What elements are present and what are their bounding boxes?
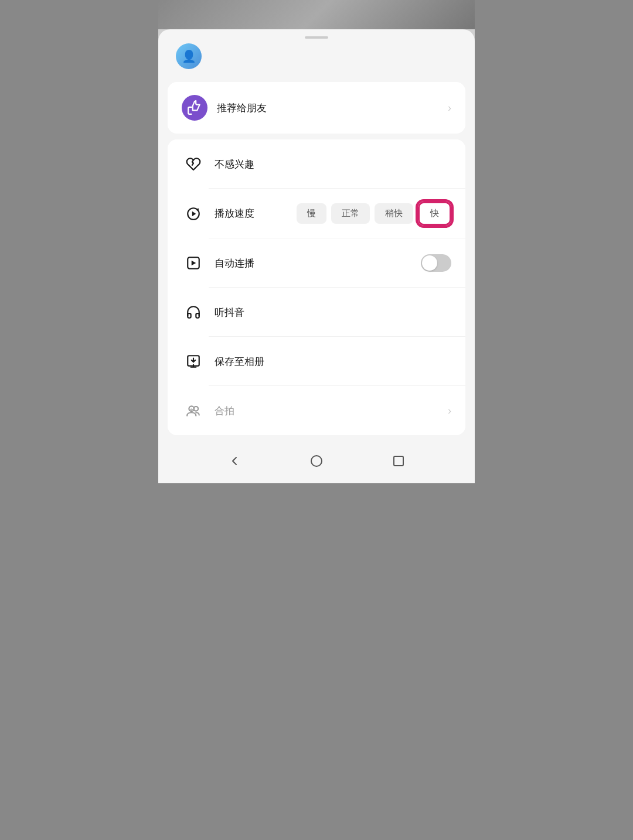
broken-heart-icon — [186, 156, 201, 172]
download-icon-wrap — [182, 350, 205, 373]
collab-icon — [186, 403, 201, 418]
main-options-card: 不感兴趣 播放速度 慢 正常 稍快 快 — [168, 139, 465, 435]
speed-slightly-fast-button[interactable]: 稍快 — [375, 203, 413, 224]
drag-handle-bar — [305, 36, 328, 39]
headphones-icon-wrap — [182, 301, 205, 324]
phone-container: 👤 推荐给朋友 › — [158, 0, 475, 483]
recommend-card: 推荐给朋友 › — [168, 82, 465, 134]
collab-label: 合拍 — [215, 404, 448, 418]
speed-fast-button[interactable]: 快 — [418, 202, 451, 226]
autoplay-icon-wrap — [182, 251, 205, 275]
autoplay-toggle-knob — [422, 255, 437, 271]
play-speed-icon — [186, 206, 201, 221]
recommend-item[interactable]: 推荐给朋友 › — [168, 82, 465, 134]
broken-heart-icon-wrap — [182, 152, 205, 176]
svg-point-6 — [311, 456, 322, 466]
svg-point-5 — [191, 408, 192, 409]
not-interested-item[interactable]: 不感兴趣 — [168, 139, 465, 189]
download-icon — [186, 354, 201, 369]
nav-recent-button[interactable] — [388, 450, 409, 472]
background-top — [158, 0, 475, 29]
save-label: 保存至相册 — [215, 355, 451, 368]
not-interested-label: 不感兴趣 — [215, 158, 451, 171]
autoplay-item[interactable]: 自动连播 — [168, 238, 465, 288]
autoplay-icon — [186, 255, 201, 271]
collab-chevron: › — [448, 405, 451, 417]
home-icon — [309, 454, 324, 468]
playback-speed-label: 播放速度 — [215, 207, 297, 220]
thumbs-up-icon-bg — [182, 95, 207, 121]
recommend-label: 推荐给朋友 — [217, 101, 448, 115]
avatar: 👤 — [176, 43, 202, 69]
speed-normal-button[interactable]: 正常 — [331, 203, 370, 224]
bottom-sheet: 👤 推荐给朋友 › — [158, 29, 475, 483]
playback-speed-item: 播放速度 慢 正常 稍快 快 — [168, 189, 465, 238]
nav-home-button[interactable] — [306, 450, 327, 472]
speed-options: 慢 正常 稍快 快 — [297, 202, 451, 226]
autoplay-label: 自动连播 — [215, 257, 421, 270]
recommend-chevron: › — [448, 102, 451, 114]
play-speed-icon-wrap — [182, 202, 205, 226]
avatar-row: 👤 — [158, 43, 475, 76]
collab-item[interactable]: 合拍 › — [168, 386, 465, 435]
drag-handle[interactable] — [158, 29, 475, 43]
listen-item[interactable]: 听抖音 — [168, 288, 465, 337]
nav-back-button[interactable] — [224, 450, 245, 472]
back-icon — [227, 454, 241, 468]
bottom-nav — [158, 441, 475, 483]
save-item[interactable]: 保存至相册 — [168, 337, 465, 386]
speed-slow-button[interactable]: 慢 — [297, 203, 326, 224]
headphones-icon — [186, 305, 201, 320]
thumbs-up-icon — [187, 100, 202, 115]
autoplay-toggle[interactable] — [421, 254, 451, 272]
recent-icon — [392, 454, 406, 468]
listen-label: 听抖音 — [215, 306, 451, 319]
collab-icon-wrap — [182, 399, 205, 422]
svg-rect-7 — [394, 456, 403, 466]
